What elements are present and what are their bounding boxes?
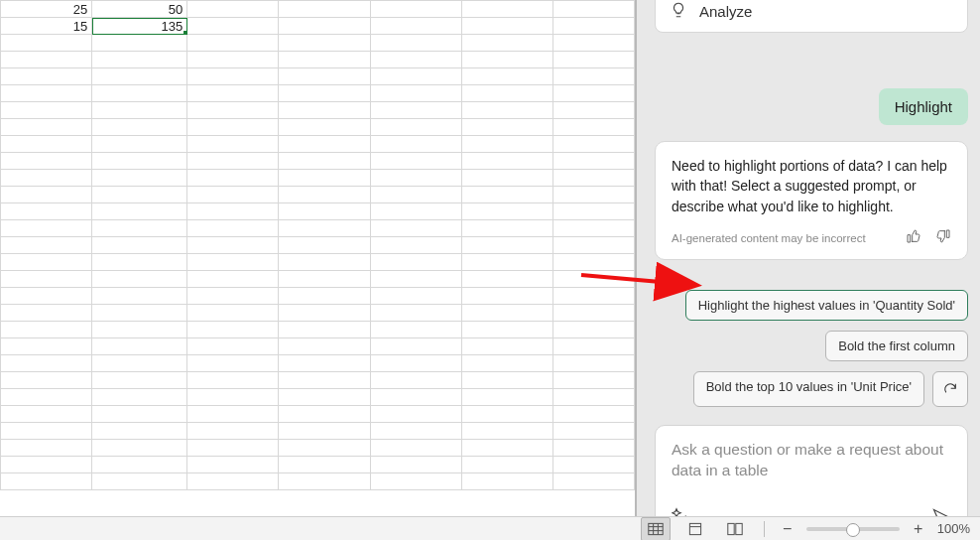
cell[interactable] bbox=[279, 271, 370, 288]
cell[interactable] bbox=[370, 68, 461, 85]
cell[interactable] bbox=[1, 457, 92, 473]
cell[interactable] bbox=[461, 102, 552, 119]
cell[interactable] bbox=[279, 389, 370, 406]
cell[interactable] bbox=[279, 322, 370, 338]
cell[interactable] bbox=[552, 203, 634, 220]
cell[interactable] bbox=[92, 423, 187, 440]
cell[interactable] bbox=[187, 372, 279, 389]
cell[interactable] bbox=[461, 338, 552, 355]
cell[interactable] bbox=[1, 220, 92, 237]
cell[interactable] bbox=[552, 237, 634, 254]
cell[interactable] bbox=[461, 372, 552, 389]
cell[interactable] bbox=[370, 220, 461, 237]
cell[interactable] bbox=[552, 187, 634, 203]
cell[interactable] bbox=[461, 35, 552, 52]
cell[interactable] bbox=[187, 322, 279, 338]
cell[interactable] bbox=[552, 338, 634, 355]
cell[interactable] bbox=[461, 203, 552, 220]
cell[interactable] bbox=[461, 237, 552, 254]
cell[interactable] bbox=[1, 440, 92, 457]
cell[interactable] bbox=[461, 220, 552, 237]
cell[interactable] bbox=[279, 102, 370, 119]
cell[interactable] bbox=[187, 237, 279, 254]
cell[interactable] bbox=[187, 355, 279, 372]
cell[interactable] bbox=[370, 389, 461, 406]
cell[interactable] bbox=[92, 52, 187, 68]
cell[interactable] bbox=[92, 187, 187, 203]
analyze-card[interactable]: Analyze bbox=[655, 0, 968, 33]
cell[interactable] bbox=[187, 119, 279, 136]
cell[interactable] bbox=[1, 288, 92, 305]
cell[interactable] bbox=[461, 68, 552, 85]
cell[interactable] bbox=[92, 254, 187, 271]
cell[interactable] bbox=[552, 35, 634, 52]
suggestion-bold-first-col[interactable]: Bold the first column bbox=[825, 331, 968, 361]
cell[interactable] bbox=[552, 305, 634, 322]
cell[interactable] bbox=[279, 203, 370, 220]
cell[interactable] bbox=[279, 473, 370, 490]
refresh-suggestions-button[interactable] bbox=[932, 371, 968, 407]
cell[interactable] bbox=[370, 355, 461, 372]
cell[interactable] bbox=[187, 389, 279, 406]
cell[interactable] bbox=[552, 52, 634, 68]
zoom-level-label[interactable]: 100% bbox=[937, 521, 970, 536]
cell[interactable] bbox=[187, 271, 279, 288]
cell[interactable] bbox=[461, 85, 552, 102]
cell[interactable] bbox=[1, 68, 92, 85]
cell[interactable] bbox=[552, 170, 634, 187]
cell[interactable] bbox=[279, 153, 370, 170]
cell[interactable] bbox=[1, 85, 92, 102]
cell[interactable] bbox=[461, 457, 552, 473]
cell[interactable] bbox=[461, 254, 552, 271]
cell[interactable] bbox=[552, 220, 634, 237]
cell[interactable] bbox=[279, 35, 370, 52]
cell[interactable] bbox=[279, 305, 370, 322]
cell[interactable] bbox=[552, 153, 634, 170]
cell[interactable] bbox=[92, 473, 187, 490]
cell[interactable] bbox=[370, 85, 461, 102]
cell[interactable] bbox=[187, 457, 279, 473]
cell[interactable] bbox=[552, 355, 634, 372]
cell[interactable] bbox=[370, 170, 461, 187]
cell[interactable] bbox=[552, 102, 634, 119]
cell[interactable] bbox=[279, 68, 370, 85]
cell[interactable] bbox=[279, 423, 370, 440]
cell[interactable]: 50 bbox=[92, 1, 187, 18]
cell[interactable] bbox=[1, 203, 92, 220]
cell[interactable] bbox=[1, 355, 92, 372]
cell[interactable] bbox=[552, 119, 634, 136]
cell[interactable] bbox=[370, 254, 461, 271]
cell[interactable] bbox=[279, 457, 370, 473]
cell[interactable] bbox=[552, 136, 634, 153]
cell[interactable] bbox=[370, 18, 461, 35]
cell[interactable] bbox=[187, 473, 279, 490]
zoom-slider[interactable] bbox=[806, 527, 900, 531]
cell[interactable] bbox=[92, 85, 187, 102]
cell[interactable] bbox=[370, 102, 461, 119]
cell[interactable] bbox=[461, 18, 552, 35]
cell[interactable] bbox=[1, 322, 92, 338]
cell[interactable] bbox=[370, 35, 461, 52]
cell[interactable] bbox=[552, 1, 634, 18]
cell[interactable] bbox=[187, 68, 279, 85]
cell[interactable] bbox=[92, 372, 187, 389]
cell[interactable] bbox=[1, 406, 92, 423]
cell[interactable] bbox=[279, 170, 370, 187]
cell[interactable] bbox=[279, 18, 370, 35]
cell[interactable] bbox=[187, 440, 279, 457]
cell[interactable] bbox=[279, 187, 370, 203]
cell[interactable] bbox=[92, 35, 187, 52]
cell[interactable] bbox=[370, 1, 461, 18]
cell[interactable] bbox=[370, 119, 461, 136]
cell[interactable] bbox=[1, 254, 92, 271]
cell[interactable] bbox=[370, 322, 461, 338]
cell[interactable] bbox=[552, 85, 634, 102]
cell[interactable] bbox=[187, 203, 279, 220]
cell[interactable] bbox=[552, 68, 634, 85]
cell[interactable] bbox=[92, 457, 187, 473]
cell[interactable] bbox=[92, 338, 187, 355]
cell[interactable] bbox=[552, 322, 634, 338]
cell[interactable] bbox=[370, 406, 461, 423]
cell[interactable] bbox=[92, 119, 187, 136]
cell[interactable]: 135 bbox=[92, 18, 187, 35]
